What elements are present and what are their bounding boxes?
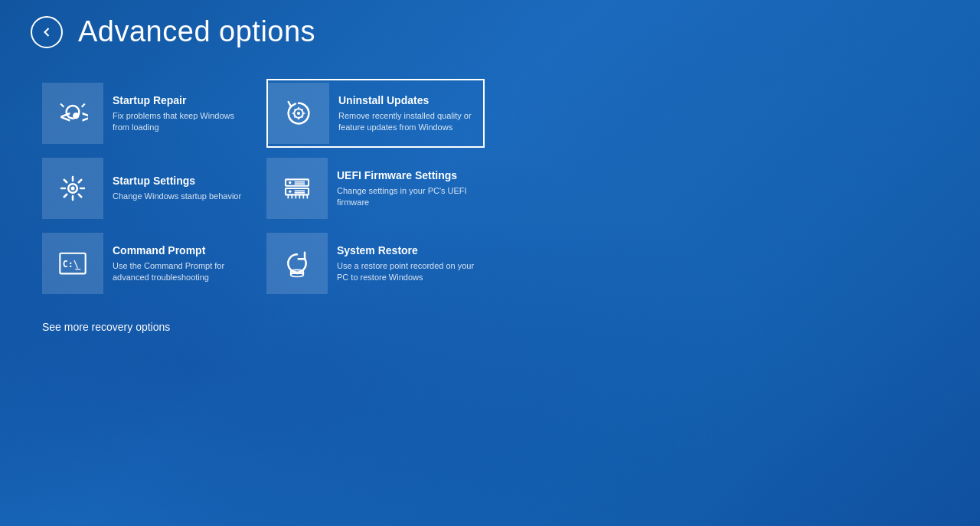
system-restore-icon-box [266, 233, 328, 294]
uefi-firmware-card[interactable]: UEFI Firmware Settings Change settings i… [266, 154, 485, 223]
svg-line-23 [64, 194, 67, 198]
uefi-firmware-icon [282, 173, 312, 204]
page-title: Advanced options [78, 15, 315, 48]
startup-repair-desc: Fix problems that keep Windows from load… [113, 110, 251, 134]
startup-repair-icon-box: <•> [42, 83, 103, 144]
uninstall-updates-text: Uninstall Updates Remove recently instal… [329, 86, 483, 142]
svg-text:_: _ [75, 259, 81, 270]
system-restore-text: System Restore Use a restore point recor… [328, 236, 485, 292]
startup-settings-title: Startup Settings [113, 174, 241, 188]
back-button[interactable] [31, 16, 63, 48]
uninstall-updates-card[interactable]: Uninstall Updates Remove recently instal… [266, 79, 485, 148]
command-prompt-text: Command Prompt Use the Command Prompt fo… [103, 236, 260, 292]
startup-repair-title: Startup Repair [113, 93, 251, 107]
startup-settings-card[interactable]: Startup Settings Change Windows startup … [42, 154, 260, 223]
header: Advanced options [31, 15, 949, 48]
uninstall-updates-title: Uninstall Updates [338, 93, 474, 107]
uninstall-updates-icon-box [268, 83, 329, 144]
startup-settings-icon [57, 173, 88, 204]
command-prompt-title: Command Prompt [113, 243, 251, 257]
startup-repair-card[interactable]: <•> Startup Repair Fix problems that kee… [42, 79, 260, 148]
page-container: Advanced options <•> Startup Repair Fix … [0, 0, 980, 349]
svg-point-26 [289, 181, 291, 184]
startup-settings-icon-box [42, 158, 103, 219]
see-more-recovery-link[interactable]: See more recovery options [42, 321, 170, 333]
startup-repair-icon: <•> [57, 98, 88, 129]
svg-line-20 [64, 180, 67, 183]
back-arrow-icon [39, 25, 54, 40]
uninstall-updates-desc: Remove recently installed quality or fea… [338, 110, 474, 134]
svg-point-15 [71, 187, 75, 191]
svg-point-44 [291, 273, 304, 277]
command-prompt-desc: Use the Command Prompt for advanced trou… [113, 260, 251, 284]
system-restore-title: System Restore [337, 243, 475, 257]
uninstall-updates-icon [283, 98, 314, 129]
svg-line-22 [79, 180, 82, 183]
system-restore-icon [282, 248, 312, 279]
system-restore-card[interactable]: System Restore Use a restore point recor… [266, 229, 485, 298]
command-prompt-card[interactable]: C:\ _ Command Prompt Use the Command Pro… [42, 229, 260, 298]
startup-settings-desc: Change Windows startup behavior [113, 191, 241, 202]
uefi-firmware-title: UEFI Firmware Settings [337, 168, 475, 182]
uefi-firmware-text: UEFI Firmware Settings Change settings i… [328, 161, 485, 217]
command-prompt-icon: C:\ _ [57, 248, 88, 279]
system-restore-desc: Use a restore point recorded on your PC … [337, 260, 475, 284]
svg-point-5 [297, 112, 300, 115]
svg-point-27 [289, 191, 291, 193]
options-grid: <•> Startup Repair Fix problems that kee… [42, 79, 949, 298]
svg-text:<•>: <•> [60, 106, 88, 127]
command-prompt-icon-box: C:\ _ [42, 233, 103, 294]
startup-settings-text: Startup Settings Change Windows startup … [103, 166, 250, 211]
uefi-firmware-desc: Change settings in your PC's UEFI firmwa… [337, 185, 475, 209]
startup-repair-text: Startup Repair Fix problems that keep Wi… [103, 86, 260, 142]
uefi-firmware-icon-box [266, 158, 328, 219]
svg-line-21 [79, 194, 82, 198]
